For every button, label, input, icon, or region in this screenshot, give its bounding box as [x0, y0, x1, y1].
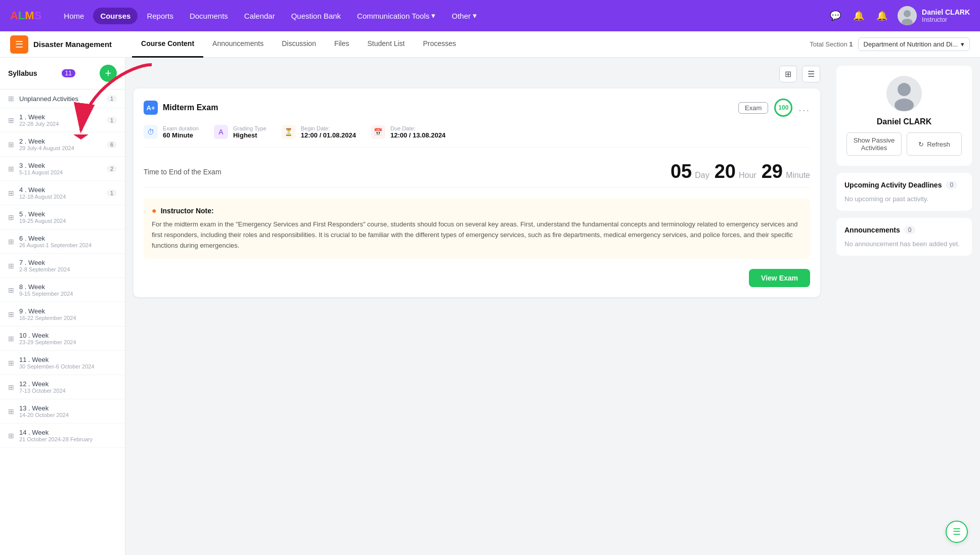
exam-title: Midterm Exam — [163, 103, 218, 112]
meta-begin: ⏳ Begin Date: 12:00 / 01.08.2024 — [282, 125, 356, 139]
refresh-button[interactable]: ↻ Refresh — [907, 132, 962, 156]
sidebar-item-unplanned[interactable]: ⊞ Unplanned Activities 1 — [0, 89, 125, 108]
user-name: Daniel CLARK — [922, 8, 970, 16]
sidebar-item-label: 11 . Week — [19, 356, 117, 363]
logo-s: S — [34, 9, 42, 22]
tab-announcements[interactable]: Announcements — [203, 31, 273, 58]
sidebar-item-label: 8 . Week — [19, 283, 117, 291]
sidebar-item-label: 6 . Week — [19, 235, 117, 242]
tab-processes[interactable]: Processes — [414, 31, 465, 58]
sidebar-item-week12[interactable]: ⊞ 12 . Week 7-13 October 2024 — [0, 375, 125, 399]
sidebar-item-count: 1 — [107, 190, 117, 197]
sidebar-item-week9[interactable]: ⊞ 9 . Week 16-22 September 2024 — [0, 302, 125, 327]
course-icon: ☰ — [10, 35, 28, 54]
sidebar-item-week1[interactable]: ⊞ 1 . Week 22-28 July 2024 1 — [0, 108, 125, 132]
add-activity-button[interactable]: + — [100, 65, 117, 82]
sidebar-item-date: 22-28 July 2024 — [19, 121, 102, 127]
countdown: Time to End of the Exam 05 Day 20 Hour 2… — [144, 156, 810, 188]
nav-documents[interactable]: Documents — [183, 8, 235, 24]
nav-home[interactable]: Home — [57, 8, 91, 24]
user-profile[interactable]: Daniel CLARK Instructor — [898, 6, 970, 25]
sidebar-item-week5[interactable]: ⊞ 5 . Week 19-25 August 2024 — [0, 205, 125, 229]
nav-courses[interactable]: Courses — [93, 8, 138, 24]
countdown-days: 05 Day — [671, 161, 709, 182]
nav-communication-tools[interactable]: Communication Tools ▾ — [350, 7, 442, 24]
profile-actions: Show Passive Activities ↻ Refresh — [847, 132, 962, 156]
chat-icon-button[interactable]: 💬 — [828, 8, 843, 23]
course-tabs: Course Content Announcements Discussion … — [132, 31, 810, 58]
notification-icon-button[interactable]: 🔔 — [851, 8, 866, 23]
note-dot-icon: ● — [152, 206, 157, 215]
meta-grading: A Grading Type Highest — [214, 125, 266, 139]
filter-button[interactable]: ☰ — [946, 521, 968, 543]
tab-files[interactable]: Files — [325, 31, 359, 58]
nav-calendar[interactable]: Calendar — [237, 8, 282, 24]
nav-other[interactable]: Other ▾ — [444, 7, 484, 24]
layers-icon: ⊞ — [8, 95, 14, 103]
svg-point-4 — [898, 83, 911, 96]
layers-icon: ⊞ — [8, 432, 14, 440]
profile-avatar — [886, 76, 922, 111]
avatar — [898, 6, 917, 25]
tab-student-list[interactable]: Student List — [359, 31, 414, 58]
svg-point-5 — [895, 99, 914, 111]
nav-reports[interactable]: Reports — [140, 8, 181, 24]
layers-icon: ⊞ — [8, 310, 14, 318]
sidebar-item-label: 1 . Week — [19, 113, 102, 121]
sidebar-item-week3[interactable]: ⊞ 3 . Week 5-11 August 2024 2 — [0, 157, 125, 181]
sidebar-item-week11[interactable]: ⊞ 11 . Week 30 September-6 October 2024 — [0, 351, 125, 375]
tab-discussion[interactable]: Discussion — [273, 31, 325, 58]
deadlines-empty-text: No upcoming or past activity. — [844, 195, 964, 203]
user-text: Daniel CLARK Instructor — [922, 8, 970, 23]
sidebar-item-date: 14-20 October 2024 — [19, 412, 117, 418]
sidebar-item-date: 16-22 September 2024 — [19, 315, 117, 321]
announcements-count: 0 — [904, 226, 916, 234]
countdown-hours-num: 20 — [715, 161, 736, 182]
sidebar-item-week8[interactable]: ⊞ 8 . Week 9-15 September 2024 — [0, 278, 125, 302]
sidebar-item-date: 19-25 August 2024 — [19, 218, 117, 224]
sidebar-item-week6[interactable]: ⊞ 6 . Week 26 August-1 September 2024 — [0, 229, 125, 254]
grid-view-button[interactable]: ⊞ — [779, 66, 797, 82]
course-nav-right: Total Section 1 Department of Nutrition … — [810, 37, 970, 51]
announcements-title: Announcements — [844, 226, 900, 234]
bell-icon-button[interactable]: 🔔 — [874, 8, 889, 23]
meta-duration: ⏱ Exam duration 60 Minute — [144, 125, 199, 139]
sidebar-item-week4[interactable]: ⊞ 4 . Week 12-18 August 2024 1 — [0, 181, 125, 205]
countdown-minutes-num: 29 — [762, 161, 783, 182]
sidebar-item-week7[interactable]: ⊞ 7 . Week 2-8 September 2024 — [0, 254, 125, 278]
sidebar-item-week2[interactable]: ⊞ 2 . Week 29 July-4 August 2024 6 — [0, 132, 125, 157]
sidebar-item-label: 5 . Week — [19, 210, 117, 218]
sidebar-item-date: 2-8 September 2024 — [19, 266, 117, 272]
sidebar-item-date: 26 August-1 September 2024 — [19, 242, 117, 248]
nav-question-bank[interactable]: Question Bank — [284, 8, 348, 24]
exam-more-button[interactable]: ... — [798, 102, 810, 114]
show-passive-activities-button[interactable]: Show Passive Activities — [847, 132, 902, 156]
layers-icon: ⊞ — [8, 335, 14, 343]
view-exam-button[interactable]: View Exam — [749, 269, 810, 287]
sidebar-item-week10[interactable]: ⊞ 10 . Week 23-29 September 2024 — [0, 327, 125, 351]
exam-type-badge: Exam — [738, 102, 768, 114]
layers-icon: ⊞ — [8, 383, 14, 391]
sidebar-item-date: 5-11 August 2024 — [19, 169, 102, 175]
layers-icon: ⊞ — [8, 262, 14, 270]
deadlines-count: 0 — [946, 181, 957, 189]
layers-icon: ⊞ — [8, 286, 14, 294]
exam-footer: View Exam — [144, 269, 810, 287]
course-logo: ☰ Disaster Management — [10, 35, 112, 54]
tab-course-content[interactable]: Course Content — [132, 31, 203, 58]
meta-grading-value: Highest — [233, 131, 266, 139]
sidebar-item-count: 2 — [107, 165, 117, 172]
layers-icon: ⊞ — [8, 165, 14, 173]
sidebar-item-date: 29 July-4 August 2024 — [19, 145, 102, 151]
exam-title-row: A+ Midterm Exam — [144, 101, 218, 115]
duration-icon: ⏱ — [144, 125, 158, 139]
layers-icon: ⊞ — [8, 116, 14, 124]
sidebar-item-date: 7-13 October 2024 — [19, 388, 117, 394]
sidebar-item-week13[interactable]: ⊞ 13 . Week 14-20 October 2024 — [0, 399, 125, 424]
sidebar-item-date: 23-29 September 2024 — [19, 339, 117, 345]
chevron-down-icon: ▾ — [961, 40, 964, 48]
list-view-button[interactable]: ☰ — [802, 66, 820, 82]
department-selector[interactable]: Department of Nutrition and Di... ▾ — [858, 37, 970, 51]
layers-icon: ⊞ — [8, 238, 14, 246]
sidebar-item-week14[interactable]: ⊞ 14 . Week 21 October 2024-28 February — [0, 424, 125, 448]
